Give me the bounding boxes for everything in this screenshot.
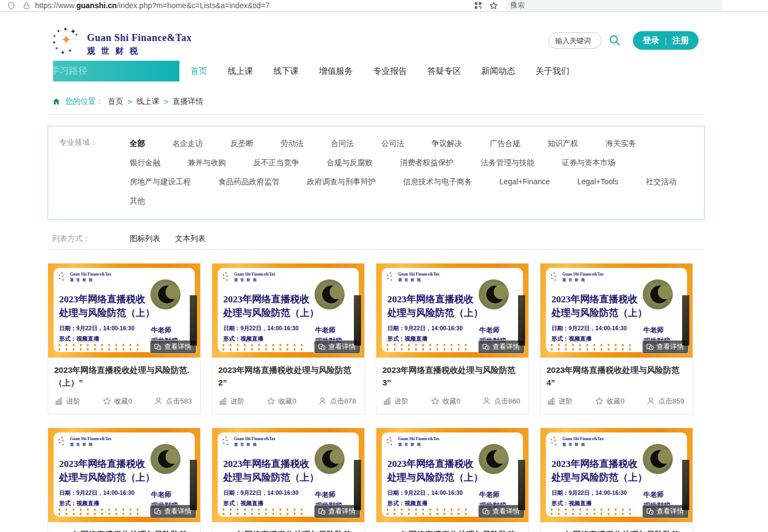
filter-item[interactable]: Legal+Finance [499, 176, 550, 188]
filter-item[interactable]: 信息技术与电子商务 [403, 176, 472, 188]
filter-item[interactable]: 劳动法 [281, 138, 304, 149]
filter-item[interactable]: 政府调查与刑事辩护 [307, 176, 376, 188]
thumb-logo: ✦ ✦ ✦ ✦ ✦ Guan Shi Finance&Tax 观世财税 [58, 436, 112, 447]
course-title[interactable]: 2023年网络直播税收处理与风险防范.（上）” [54, 364, 194, 389]
list-mode-option[interactable]: 文本列表 [175, 234, 206, 244]
filter-item[interactable]: 证券与资本市场 [562, 157, 615, 168]
view-details-badge[interactable]: 查看详情 [150, 505, 196, 518]
nav-item-about-us[interactable]: 关于我们 [536, 61, 569, 81]
filter-item[interactable]: 知识产权 [548, 138, 578, 149]
address-bar[interactable]: https://www.guanshi.cn/index.php?m=home&… [35, 1, 270, 10]
thumb-logo-en: Guan Shi Finance&Tax [234, 436, 276, 441]
dots-decoration-icon [220, 343, 307, 351]
site-header: ✦ ✦ ✦ ✦ ✦ ✦ ✦ ✦ ✦ ✦ Guan Shi Finance&Tax… [0, 12, 768, 89]
lock-icon[interactable] [22, 1, 31, 10]
thumb-format: 形式：视频直播 [551, 335, 592, 343]
thumb-logo-cn: 观世财税 [70, 442, 112, 447]
filter-item[interactable]: 其他 [130, 195, 145, 207]
nav-item-offline-courses[interactable]: 线下课 [274, 61, 299, 81]
filter-item[interactable]: 食品药品政府监管 [218, 176, 280, 188]
shield-icon[interactable] [7, 1, 16, 10]
learning-path-button[interactable]: 学习路径 [53, 61, 179, 81]
thumb-logo-en: Guan Shi Finance&Tax [562, 272, 604, 277]
filter-item[interactable]: 海关实务 [606, 138, 636, 149]
bar-chart-icon [54, 396, 63, 406]
qr-code-icon[interactable] [474, 1, 482, 10]
filter-item[interactable]: 全部 [130, 138, 145, 149]
nav-item-home[interactable]: 首页 [190, 61, 207, 81]
course-title[interactable]: 2023年网络直播税收处理与风险防范 [382, 528, 522, 532]
course-card[interactable]: ✦ ✦ ✦ ✦ ✦ Guan Shi Finance&Tax 观世财税 2023… [212, 263, 365, 414]
course-title[interactable]: 2023年网络直播税收处理与风险防范 [546, 528, 686, 532]
filter-item[interactable]: 反不正当竞争 [253, 157, 299, 168]
filter-item[interactable]: 法务管理与技能 [481, 157, 534, 168]
list-mode-label: 列表方式： [52, 234, 90, 244]
keyword-search-input[interactable] [548, 32, 602, 49]
site-logo[interactable]: ✦ ✦ ✦ ✦ ✦ ✦ ✦ ✦ ✦ ✦ Guan Shi Finance&Tax… [52, 26, 191, 57]
filter-item[interactable]: 广告合规 [490, 138, 520, 149]
view-details-badge[interactable]: 查看详情 [642, 340, 689, 354]
nav-item-online-courses[interactable]: 线上课 [228, 61, 253, 81]
filter-item[interactable]: 反垄断 [230, 138, 253, 149]
thumb-logo: ✦ ✦ ✦ ✦ ✦ Guan Shi Finance&Tax 观世财税 [550, 436, 604, 447]
thumb-logo-cn: 观世财税 [234, 442, 276, 447]
home-icon [52, 97, 61, 106]
view-details-badge[interactable]: 查看详情 [314, 505, 360, 518]
filter-item[interactable]: Legal+Tools [577, 176, 618, 188]
filter-item[interactable]: 银行金融 [130, 157, 160, 168]
course-card[interactable]: ✦ ✦ ✦ ✦ ✦ Guan Shi Finance&Tax 观世财税 2023… [540, 263, 693, 414]
filter-item[interactable]: 公司法 [381, 138, 404, 149]
favorite-stat[interactable]: 收藏0 [595, 396, 625, 406]
view-details-badge[interactable]: 查看详情 [478, 505, 525, 518]
thumb-logo-en: Guan Shi Finance&Tax [562, 436, 604, 441]
course-card[interactable]: ✦ ✦ ✦ ✦ ✦ Guan Shi Finance&Tax 观世财税 2023… [540, 428, 693, 532]
view-details-badge[interactable]: 查看详情 [314, 340, 360, 354]
breadcrumb: 您的位置： 首页 > 线上课 > 直播详情 [52, 97, 705, 107]
filter-item[interactable]: 兼并与收购 [188, 157, 226, 168]
breadcrumb-home[interactable]: 首页 [108, 97, 123, 107]
teacher-name: 牛老师 [643, 490, 664, 500]
filter-item[interactable]: 争议解决 [432, 138, 462, 149]
filter-item[interactable]: 合规与反腐败 [327, 157, 373, 168]
breadcrumb-online-courses[interactable]: 线上课 [136, 97, 159, 107]
nav-item-qa-zone[interactable]: 答疑专区 [427, 61, 461, 81]
filter-item[interactable]: 房地产与建设工程 [130, 176, 191, 188]
thumb-format: 形式：视频直播 [223, 335, 264, 343]
view-details-badge[interactable]: 查看详情 [478, 340, 525, 354]
course-title[interactable]: 2023年网络直播税收处理与风险防范 [54, 528, 194, 532]
breadcrumb-label: 您的位置： [65, 97, 103, 107]
thumb-logo: ✦ ✦ ✦ ✦ ✦ Guan Shi Finance&Tax 观世财税 [386, 436, 440, 447]
course-card[interactable]: ✦ ✦ ✦ ✦ ✦ Guan Shi Finance&Tax 观世财税 2023… [376, 428, 529, 532]
header-search-icon[interactable] [608, 34, 621, 47]
filter-item[interactable]: 合同法 [331, 138, 354, 149]
nav-item-professional-reports[interactable]: 专业报告 [373, 61, 407, 81]
course-card[interactable]: ✦ ✦ ✦ ✦ ✦ Guan Shi Finance&Tax 观世财税 2023… [48, 428, 201, 532]
bookmark-star-icon[interactable] [489, 1, 498, 10]
filter-item[interactable]: 社交活动 [645, 176, 676, 188]
course-card[interactable]: ✦ ✦ ✦ ✦ ✦ Guan Shi Finance&Tax 观世财税 2023… [376, 263, 529, 414]
list-mode-option[interactable]: 图标列表 [130, 234, 160, 244]
teacher-name: 牛老师 [151, 490, 172, 500]
course-title[interactable]: 2023年网络直播税收处理与风险防范 [218, 528, 358, 532]
favorite-stat[interactable]: 收藏0 [266, 396, 296, 406]
nav-item-news[interactable]: 新闻动态 [481, 61, 515, 81]
course-title[interactable]: 2023年网络直播税收处理与风险防范3” [382, 364, 522, 389]
login-button[interactable]: 登录 [643, 36, 659, 46]
brand-name-en: Guan Shi Finance&Tax [87, 32, 191, 44]
register-button[interactable]: 注册 [672, 36, 689, 46]
view-details-badge[interactable]: 查看详情 [642, 505, 689, 518]
thumb-logo-en: Guan Shi Finance&Tax [234, 272, 276, 277]
filter-item[interactable]: 名企走访 [172, 138, 203, 149]
course-title[interactable]: 2023年网络直播税收处理与风险防范2” [218, 364, 358, 389]
favorite-stat[interactable]: 收藏0 [102, 396, 132, 406]
browser-search-field[interactable]: 搜索 [506, 0, 722, 10]
favorite-stat[interactable]: 收藏0 [430, 396, 461, 406]
thumb-logo-cn: 观世财税 [562, 278, 604, 283]
nav-item-value-added-services[interactable]: 增值服务 [319, 61, 353, 81]
filter-item[interactable]: 消费者权益保护 [400, 157, 453, 168]
course-card[interactable]: ✦ ✦ ✦ ✦ ✦ Guan Shi Finance&Tax 观世财税 2023… [212, 428, 365, 532]
course-card[interactable]: ✦ ✦ ✦ ✦ ✦ Guan Shi Finance&Tax 观世财税 2023… [48, 263, 201, 414]
auth-pill[interactable]: 登录 | 注册 [633, 31, 699, 50]
view-details-badge[interactable]: 查看详情 [150, 340, 196, 354]
course-title[interactable]: 2023年网络直播税收处理与风险防范4” [546, 364, 686, 389]
